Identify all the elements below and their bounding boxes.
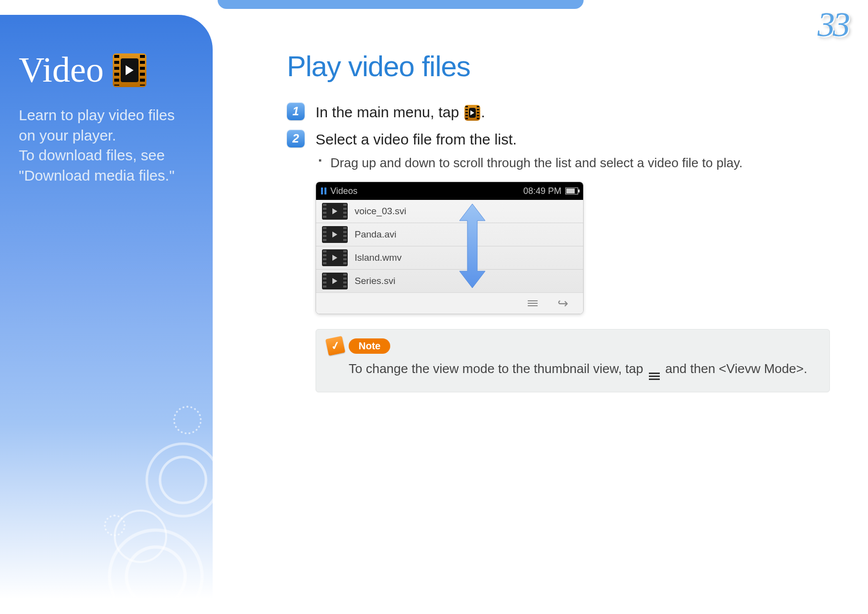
list-item[interactable]: Panda.avi: [316, 223, 583, 246]
sidebar-description: Learn to play video files on your player…: [19, 105, 194, 186]
menu-icon: [649, 373, 660, 380]
step-2-body: Select a video file from the list. Drag …: [316, 130, 742, 172]
list-item-label: voice_03.svi: [355, 206, 407, 217]
deco-circle: [104, 515, 126, 536]
step-1-number: 1: [287, 102, 305, 120]
back-icon[interactable]: ↩: [557, 296, 568, 311]
list-item[interactable]: voice_03.svi: [316, 200, 583, 223]
video-thumb-icon: [322, 203, 348, 220]
step-1-text-before: In the main menu, tap: [316, 104, 463, 120]
deco-circle: [173, 406, 202, 434]
note-label: Note: [349, 338, 390, 354]
list-item[interactable]: Series.svi: [316, 270, 583, 292]
device-file-list: voice_03.svi Panda.avi Island.wmv Series…: [316, 200, 583, 292]
battery-icon: [565, 188, 578, 194]
device-header-title: Videos: [330, 186, 358, 196]
device-header: Videos 08:49 PM: [316, 182, 583, 200]
video-thumb-icon: [322, 226, 348, 243]
list-item-label: Series.svi: [355, 276, 395, 286]
note-text-before: To change the view mode to the thumbnail…: [349, 361, 647, 376]
step-2-number: 2: [287, 130, 305, 147]
note-box: ✓ Note To change the view mode to the th…: [316, 329, 830, 392]
main-content: Play video files 1 In the main menu, tap…: [287, 49, 838, 392]
step-2: 2 Select a video file from the list. Dra…: [287, 130, 838, 172]
note-text-after: and then <Vievw Mode>.: [665, 361, 807, 376]
device-footer: ↩: [316, 292, 583, 314]
sidebar-title: Video: [19, 49, 194, 91]
list-item-label: Panda.avi: [355, 229, 397, 240]
page-number: 33: [818, 5, 848, 45]
device-status-area: 08:49 PM: [523, 186, 578, 196]
device-screenshot: Videos 08:49 PM voice_03.svi Panda.avi I…: [316, 182, 584, 314]
step-2-bullet: Drag up and down to scroll through the l…: [316, 154, 742, 172]
step-2-text: Select a video file from the list.: [316, 130, 742, 150]
step-1: 1 In the main menu, tap .: [287, 102, 838, 123]
note-text: To change the view mode to the thumbnail…: [327, 361, 819, 380]
list-item-label: Island.wmv: [355, 252, 402, 263]
menu-icon[interactable]: [528, 300, 538, 306]
video-app-icon: [113, 53, 146, 87]
sidebar: Video Learn to play video files on your …: [0, 15, 213, 599]
video-thumb-icon: [322, 273, 348, 289]
section-heading: Play video files: [287, 49, 838, 83]
video-thumb-icon: [322, 249, 348, 266]
device-time: 08:49 PM: [523, 186, 561, 196]
list-item[interactable]: Island.wmv: [316, 246, 583, 270]
step-1-body: In the main menu, tap .: [316, 102, 485, 123]
top-tab-decoration: [218, 0, 584, 9]
pause-icon: [321, 188, 326, 194]
note-check-icon: ✓: [325, 336, 345, 356]
sidebar-title-text: Video: [19, 49, 104, 91]
deco-circle: [138, 435, 228, 524]
video-app-icon: [464, 105, 480, 121]
step-1-text-after: .: [481, 104, 485, 120]
note-header: ✓ Note: [327, 337, 819, 354]
